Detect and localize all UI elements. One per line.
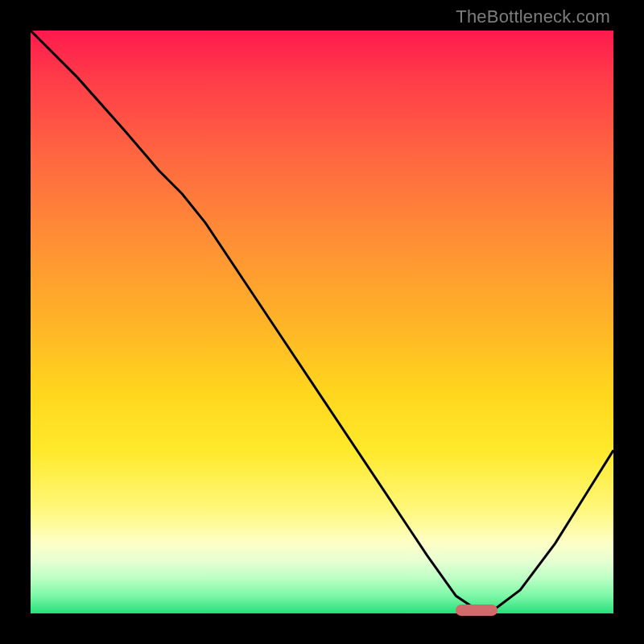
chart-frame: TheBottleneck.com — [0, 0, 644, 644]
optimum-marker — [456, 605, 497, 616]
watermark-text: TheBottleneck.com — [456, 6, 610, 27]
gradient-plot-area — [31, 31, 613, 613]
